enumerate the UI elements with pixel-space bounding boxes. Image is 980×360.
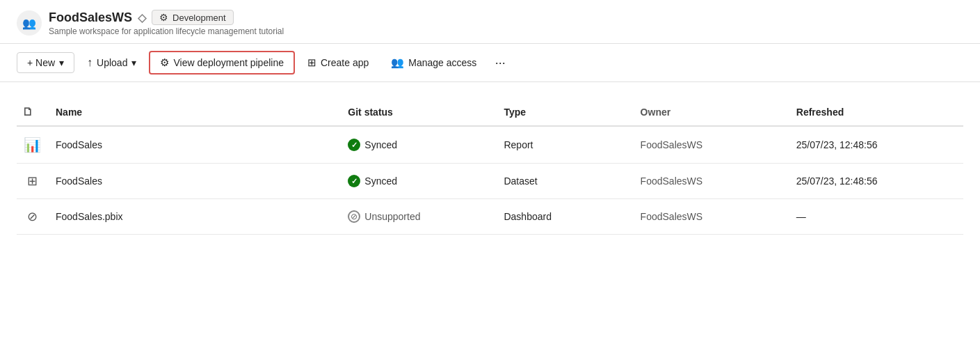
manage-access-icon: 👥 <box>391 56 404 69</box>
dataset-icon: ⊞ <box>27 174 38 188</box>
col-header-name: Name <box>47 99 339 126</box>
items-table: 🗋 Name Git status Type Owner Refreshed <box>17 99 963 235</box>
more-icon: ··· <box>495 56 506 70</box>
row-icon: 📊 <box>17 126 47 164</box>
create-app-label: Create app <box>321 57 369 68</box>
upload-button-label: Upload <box>97 57 127 68</box>
create-app-icon: ⊞ <box>307 56 316 69</box>
pbix-icon: ⊘ <box>27 210 38 224</box>
table-row[interactable]: ⊞ FoodSales Synced Dataset FoodSalesWS <box>17 164 963 199</box>
unsupported-icon: ⊘ <box>348 210 360 223</box>
col-header-git-status: Git status <box>339 99 495 126</box>
workspace-header: 👥 FoodSalesWS ◇ ⚙ Development Sample wor… <box>0 0 980 44</box>
table-header: 🗋 Name Git status Type Owner Refreshed <box>17 99 963 126</box>
row-git-status: Synced <box>339 164 495 199</box>
view-pipeline-label: View deployment pipeline <box>173 57 284 68</box>
new-button-label: + New <box>27 57 55 68</box>
avatar-icon: 👥 <box>22 17 36 30</box>
create-app-button[interactable]: ⊞ Create app <box>298 52 378 73</box>
table-row[interactable]: 📊 FoodSales Synced Report FoodSalesWS <box>17 126 963 164</box>
row-owner: FoodSalesWS <box>632 126 788 164</box>
upload-button[interactable]: ↑ Upload ▾ <box>77 52 146 73</box>
row-name: FoodSales <box>47 126 339 164</box>
manage-access-button[interactable]: 👥 Manage access <box>381 52 486 73</box>
row-git-status: Synced <box>339 126 495 164</box>
row-refreshed: 25/07/23, 12:48:56 <box>788 126 963 164</box>
environment-badge: ⚙ Development <box>152 10 234 25</box>
table-row[interactable]: ⊘ FoodSales.pbix ⊘ Unsupported Dashboard… <box>17 199 963 235</box>
workspace-avatar: 👥 <box>17 10 42 36</box>
synced-icon <box>348 139 360 151</box>
row-owner: FoodSalesWS <box>632 199 788 235</box>
more-options-button[interactable]: ··· <box>489 52 511 74</box>
report-icon: 📊 <box>24 137 41 152</box>
new-caret-icon: ▾ <box>59 57 64 68</box>
row-icon: ⊘ <box>17 199 47 235</box>
view-pipeline-button[interactable]: ⚙ View deployment pipeline <box>149 51 295 75</box>
workspace-subtitle: Sample workspace for application lifecyc… <box>49 26 284 36</box>
pipeline-icon: ⚙ <box>160 56 169 69</box>
manage-access-label: Manage access <box>408 57 476 68</box>
row-name: FoodSales.pbix <box>47 199 339 235</box>
col-header-refreshed: Refreshed <box>788 99 963 126</box>
row-icon: ⊞ <box>17 164 47 199</box>
row-owner: FoodSalesWS <box>632 164 788 199</box>
row-name: FoodSales <box>47 164 339 199</box>
upload-icon: ↑ <box>87 56 93 69</box>
upload-caret-icon: ▾ <box>131 57 136 68</box>
main-content: 🗋 Name Git status Type Owner Refreshed <box>0 82 980 235</box>
pipeline-icon: ⚙ <box>159 12 168 23</box>
col-header-owner: Owner <box>632 99 788 126</box>
workspace-name: FoodSalesWS <box>49 10 132 25</box>
file-icon: 🗋 <box>22 106 33 118</box>
row-refreshed: — <box>788 199 963 235</box>
row-refreshed: 25/07/23, 12:48:56 <box>788 164 963 199</box>
new-button[interactable]: + New ▾ <box>17 52 74 73</box>
col-header-type: Type <box>495 99 632 126</box>
workspace-title-row: FoodSalesWS ◇ ⚙ Development <box>49 10 284 25</box>
synced-icon <box>348 175 360 187</box>
diamond-icon: ◇ <box>138 11 146 24</box>
workspace-info: FoodSalesWS ◇ ⚙ Development Sample works… <box>49 10 284 36</box>
row-type: Dashboard <box>495 199 632 235</box>
row-type: Report <box>495 126 632 164</box>
table-body: 📊 FoodSales Synced Report FoodSalesWS <box>17 126 963 235</box>
toolbar: + New ▾ ↑ Upload ▾ ⚙ View deployment pip… <box>0 44 980 82</box>
col-header-icon: 🗋 <box>17 99 47 126</box>
row-type: Dataset <box>495 164 632 199</box>
row-git-status: ⊘ Unsupported <box>339 199 495 235</box>
badge-label: Development <box>172 13 226 23</box>
